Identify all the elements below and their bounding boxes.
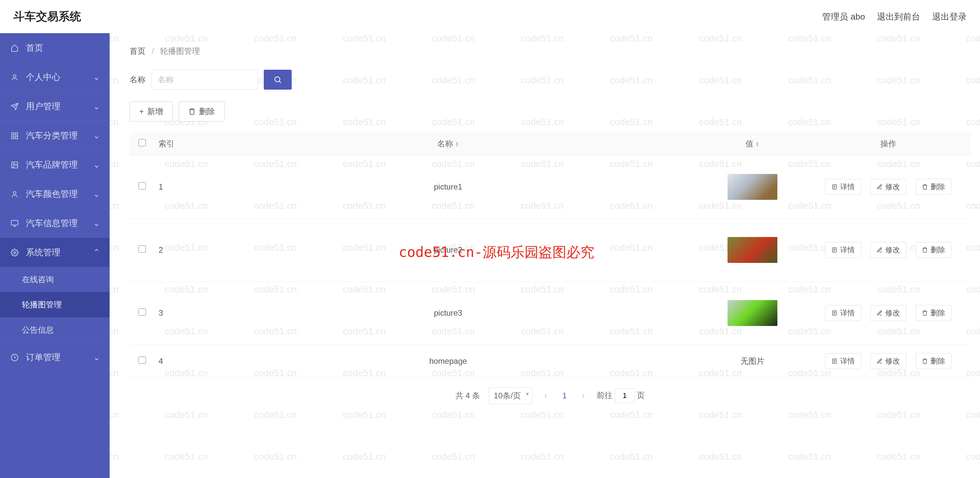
home-icon <box>9 44 20 52</box>
row-checkbox[interactable] <box>138 245 146 252</box>
goto-input[interactable] <box>615 388 635 403</box>
logout-link[interactable]: 退出登录 <box>932 11 967 22</box>
search-icon <box>274 75 282 84</box>
page-goto: 前往 页 <box>597 388 645 403</box>
op-detail-button[interactable]: 详情 <box>825 242 861 258</box>
row-checkbox[interactable] <box>138 357 146 364</box>
row-thumbnail <box>727 237 777 263</box>
admin-label[interactable]: 管理员 abo <box>822 11 865 22</box>
op-detail-button[interactable]: 详情 <box>825 305 861 321</box>
search-button[interactable] <box>264 70 292 90</box>
breadcrumb: 首页 / 轮播图管理 <box>130 46 971 56</box>
svg-rect-3 <box>12 137 14 139</box>
sidebar-item-orders[interactable]: 订单管理 ⌄ <box>0 343 110 372</box>
sidebar-item-users[interactable]: 用户管理 ⌄ <box>0 92 110 121</box>
op-detail-button[interactable]: 详情 <box>825 179 861 195</box>
sidebar-item-label: 个人中心 <box>26 71 60 83</box>
delete-button-label: 删除 <box>199 106 215 117</box>
trash-icon <box>188 108 196 115</box>
svg-rect-2 <box>15 133 18 135</box>
chevron-down-icon: ⌄ <box>93 160 100 170</box>
image-icon <box>9 161 20 169</box>
sidebar-item-home[interactable]: 首页 <box>0 33 110 62</box>
sidebar-item-car-brand[interactable]: 汽车品牌管理 ⌄ <box>0 150 110 179</box>
op-edit-button[interactable]: 修改 <box>870 179 906 195</box>
table-row: 3picture3详情修改删除 <box>130 281 971 345</box>
chevron-up-icon: ⌃ <box>93 247 100 257</box>
op-delete-button[interactable]: 删除 <box>916 305 951 321</box>
op-edit-button[interactable]: 修改 <box>870 353 906 369</box>
svg-rect-1 <box>12 133 14 135</box>
op-label: 删除 <box>931 308 945 318</box>
sidebar-item-car-category[interactable]: 汽车分类管理 ⌄ <box>0 121 110 150</box>
row-value-none: 无图片 <box>740 357 764 365</box>
row-name: picture3 <box>434 308 462 318</box>
col-ops: 操作 <box>880 139 896 148</box>
sidebar-sub-notice[interactable]: 公告信息 <box>0 318 110 343</box>
trash-icon <box>922 310 928 316</box>
edit-icon <box>877 358 883 364</box>
op-label: 修改 <box>885 245 900 255</box>
svg-rect-8 <box>11 221 18 225</box>
edit-icon <box>877 310 883 316</box>
add-button[interactable]: + 新增 <box>130 102 173 121</box>
sidebar-sub-carousel[interactable]: 轮播图管理 <box>0 292 110 318</box>
gear-icon <box>9 249 20 257</box>
user-icon <box>9 73 20 81</box>
header: 斗车交易系统 管理员 abo 退出到前台 退出登录 <box>0 0 980 33</box>
op-edit-button[interactable]: 修改 <box>870 242 906 258</box>
op-label: 修改 <box>885 182 900 192</box>
sidebar-item-profile[interactable]: 个人中心 ⌄ <box>0 62 110 92</box>
row-checkbox[interactable] <box>138 308 146 316</box>
filter-name-input[interactable] <box>151 70 258 90</box>
op-delete-button[interactable]: 删除 <box>916 353 951 369</box>
pagination: 共 4 条 10条/页 ‹ 1 › 前往 页 <box>130 387 971 404</box>
sidebar-item-label: 汽车颜色管理 <box>26 188 78 200</box>
sort-icon[interactable]: ▲▼ <box>756 141 759 147</box>
sidebar: 首页 个人中心 ⌄ 用户管理 ⌄ 汽车分类管理 ⌄ 汽车品牌管理 ⌄ 汽车颜色管… <box>0 33 110 478</box>
action-row: + 新增 删除 <box>130 102 971 121</box>
op-label: 删除 <box>931 245 945 255</box>
row-index: 2 <box>159 245 163 254</box>
row-name: picture1 <box>434 182 462 191</box>
op-label: 修改 <box>885 356 900 366</box>
breadcrumb-home[interactable]: 首页 <box>130 46 145 56</box>
sidebar-item-car-color[interactable]: 汽车颜色管理 ⌄ <box>0 179 110 208</box>
trash-icon <box>922 184 928 190</box>
svg-rect-4 <box>15 137 18 139</box>
svg-point-6 <box>13 163 14 165</box>
delete-button[interactable]: 删除 <box>179 102 224 121</box>
chevron-down-icon: ⌄ <box>93 189 100 199</box>
op-label: 详情 <box>840 182 855 192</box>
page-next[interactable]: › <box>579 390 588 402</box>
col-index: 索引 <box>159 139 174 148</box>
app-title: 斗车交易系统 <box>13 9 81 24</box>
filter-name-label: 名称 <box>130 75 145 85</box>
add-button-label: 新增 <box>147 106 163 117</box>
row-checkbox[interactable] <box>138 182 146 189</box>
op-label: 详情 <box>840 308 855 318</box>
op-edit-button[interactable]: 修改 <box>870 305 906 321</box>
sidebar-sub-chat[interactable]: 在线咨询 <box>0 267 110 292</box>
sidebar-item-label: 订单管理 <box>26 351 60 363</box>
op-delete-button[interactable]: 删除 <box>916 179 951 195</box>
page-prev[interactable]: ‹ <box>541 390 550 402</box>
breadcrumb-separator: / <box>152 46 154 56</box>
page-size-select[interactable]: 10条/页 <box>489 387 532 404</box>
edit-icon <box>877 184 883 190</box>
sidebar-item-system[interactable]: 系统管理 ⌃ <box>0 238 110 267</box>
filter-row: 名称 <box>130 70 971 90</box>
op-delete-button[interactable]: 删除 <box>916 242 951 258</box>
trash-icon <box>922 247 928 253</box>
op-detail-button[interactable]: 详情 <box>825 353 861 369</box>
content: 首页 / 轮播图管理 名称 + 新增 删除 <box>110 33 980 478</box>
row-thumbnail <box>727 300 777 326</box>
select-all-checkbox[interactable] <box>138 139 146 146</box>
sidebar-item-label: 汽车分类管理 <box>26 130 78 141</box>
sidebar-item-car-info[interactable]: 汽车信息管理 ⌄ <box>0 208 110 238</box>
sort-icon[interactable]: ▲▼ <box>455 141 459 147</box>
sidebar-item-label: 汽车品牌管理 <box>26 159 78 171</box>
row-name: picture2 <box>434 245 462 254</box>
logout-front-link[interactable]: 退出到前台 <box>877 11 920 22</box>
page-current[interactable]: 1 <box>559 390 570 402</box>
